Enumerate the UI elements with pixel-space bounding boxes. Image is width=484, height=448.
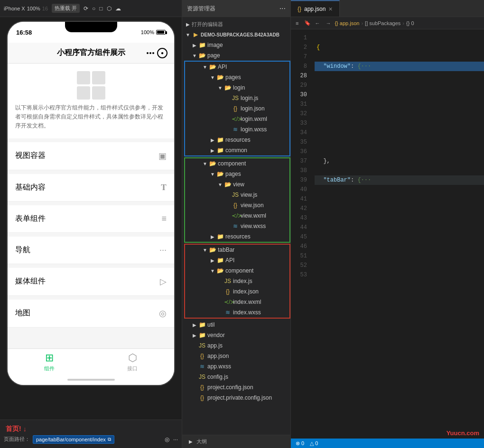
tree-item-view-wxss[interactable]: ▶ ≋ view.wxss bbox=[185, 221, 289, 231]
tree-item-pages[interactable]: ▼ 📂 pages bbox=[185, 72, 289, 82]
folder-open-icon: 📂 bbox=[216, 267, 224, 274]
tab-json-icon: {} bbox=[298, 6, 301, 12]
code-line: "window": {··· bbox=[315, 62, 484, 71]
js-icon: JS bbox=[198, 374, 206, 380]
tree-item-app-wxss[interactable]: ▶ ≋ app.wxss bbox=[182, 361, 290, 372]
code-line bbox=[315, 137, 484, 147]
tree-item-tabbar[interactable]: ▼ 📂 tabBar bbox=[185, 245, 289, 255]
tree-item-app-json[interactable]: ▶ {} app.json bbox=[182, 351, 290, 361]
menu-item-media[interactable]: 媒体组件 ▷ bbox=[8, 268, 174, 296]
tree-item-comp-pages[interactable]: ▼ 📂 pages bbox=[185, 169, 289, 179]
tree-item-page[interactable]: ▼ 📂 page bbox=[182, 50, 290, 61]
tree-item-tabbar-component[interactable]: ▼ 📂 component bbox=[185, 265, 289, 276]
menu-item-map[interactable]: 地图 ◎ bbox=[8, 300, 174, 328]
tree-label: view.wxss bbox=[241, 223, 266, 229]
tree-item-api[interactable]: ▼ 📂 API bbox=[185, 62, 289, 72]
tree-item-login-wxml[interactable]: ▶ ≺/≻ login.wxml bbox=[185, 114, 289, 124]
tree-item-image[interactable]: ▶ 📁 image bbox=[182, 40, 290, 50]
tree-item-index-wxml[interactable]: ▶ ≺/≻ index.wxml bbox=[185, 297, 289, 307]
toolbar-hamburger[interactable]: ≡ bbox=[296, 20, 298, 26]
menu-item-form[interactable]: 表单组件 ≡ bbox=[8, 205, 174, 233]
phone-content[interactable]: 以下将展示小程序官方组件能力，组件样式仅供参考，开发者可根据自身需求自定义组件样… bbox=[8, 64, 174, 348]
path-box[interactable]: page/tabBar/component/index ⧉ bbox=[33, 435, 114, 444]
form-icon: ≡ bbox=[161, 214, 167, 224]
code-line bbox=[315, 232, 484, 242]
json-icon: {} bbox=[232, 202, 239, 209]
breadcrumb-back[interactable]: ← bbox=[315, 20, 320, 26]
tree-label: project.private.config.json bbox=[207, 394, 272, 401]
tab-app-json[interactable]: {} app.json × bbox=[291, 0, 340, 17]
wxml-icon: ≺/≻ bbox=[224, 299, 232, 305]
menu-item-view[interactable]: 视图容器 ▣ bbox=[8, 142, 174, 170]
tree-item-index-js[interactable]: ▶ JS index.js bbox=[185, 276, 289, 286]
phone-panel: iPhone X 100% 16 热重载 开 ⟳ ○ □ ⬡ ☁ 16:58 1… bbox=[0, 0, 182, 448]
more-icon[interactable]: ··· bbox=[173, 436, 178, 443]
tree-label: login.wxss bbox=[241, 126, 267, 133]
js-icon: JS bbox=[232, 192, 239, 198]
tabbar-item-api[interactable]: ⬡ 接口 bbox=[91, 352, 175, 372]
tree-item-comp-resources[interactable]: ▶ 📁 resources bbox=[185, 231, 289, 242]
bookmark-icon: 🔖 bbox=[304, 20, 311, 26]
tree-item-config-js[interactable]: ▶ JS config.js bbox=[182, 372, 290, 382]
tree-item-index-json[interactable]: ▶ {} index.json bbox=[185, 286, 289, 297]
hero-icon-cell bbox=[92, 71, 105, 84]
hero-desc: 以下将展示小程序官方组件能力，组件样式仅供参考，开发者可根据自身需求自定义组件样… bbox=[15, 103, 167, 131]
breadcrumb-forward[interactable]: → bbox=[326, 20, 331, 26]
tab-close-btn[interactable]: × bbox=[328, 5, 332, 13]
tree-item-project-config[interactable]: ▶ {} project.config.json bbox=[182, 382, 290, 393]
project-label: DEMO-SUBPACKAGES.B42A3ADB bbox=[201, 32, 279, 37]
open-editors-label: 打开的编辑器 bbox=[192, 21, 223, 28]
api-icon: ⬡ bbox=[128, 352, 137, 364]
tree-item-common[interactable]: ▶ 📁 common bbox=[185, 145, 289, 155]
tree-item-vendor[interactable]: ▶ 📁 vendor bbox=[182, 330, 290, 340]
code-line bbox=[315, 194, 484, 204]
folder-open-icon: 📂 bbox=[198, 52, 206, 59]
code-content[interactable]: { "window": {··· }, "tabBar": {··· "subP… bbox=[311, 29, 484, 439]
tabbar-label-api: 接口 bbox=[127, 365, 138, 372]
tree-label: project.config.json bbox=[207, 384, 253, 391]
menu-label: 基础内容 bbox=[15, 183, 46, 192]
file-panel-more[interactable]: ··· bbox=[279, 4, 286, 13]
tree-item-view-folder[interactable]: ▼ 📂 view bbox=[185, 179, 289, 190]
tree-item-component[interactable]: ▼ 📂 component bbox=[185, 158, 289, 169]
wxss-icon: ≋ bbox=[232, 126, 239, 133]
js-icon: JS bbox=[198, 342, 206, 349]
file-panel-bottom[interactable]: ▶ 大纲 bbox=[182, 435, 290, 448]
tree-item-tabbar-api[interactable]: ▶ 📁 API bbox=[185, 255, 289, 265]
tree-item-app-js[interactable]: ▶ JS app.js bbox=[182, 340, 290, 351]
code-line bbox=[315, 100, 484, 109]
folder-open-icon: 📂 bbox=[209, 247, 216, 253]
editor-breadcrumb: ≡ 🔖 ← → {} app.json › [] subPackages › {… bbox=[291, 17, 484, 29]
folder-open-icon: 📂 bbox=[209, 64, 216, 70]
tree-item-login-wxss[interactable]: ▶ ≋ login.wxss bbox=[185, 124, 289, 135]
tree-item-login-js[interactable]: ▶ JS login.js bbox=[185, 93, 289, 103]
tree-item-project-private[interactable]: ▶ {} project.private.config.json bbox=[182, 393, 290, 403]
tree-item-resources1[interactable]: ▶ 📁 resources bbox=[185, 135, 289, 145]
code-line bbox=[315, 327, 484, 337]
tree-item-util[interactable]: ▶ 📁 util bbox=[182, 320, 290, 330]
phone-notch bbox=[65, 22, 117, 32]
tree-label: util bbox=[207, 321, 214, 328]
tree-item-view-js[interactable]: ▶ JS view.js bbox=[185, 190, 289, 200]
menu-item-basic[interactable]: 基础内容 𝐓 bbox=[8, 174, 174, 201]
tree-item-view-wxml[interactable]: ▶ ≺/≻ view.wxml bbox=[185, 210, 289, 221]
hotreload-btn[interactable]: 热重载 开 bbox=[52, 4, 80, 13]
breadcrumb-item: {} 0 bbox=[406, 20, 414, 26]
project-root[interactable]: ▼ ▶ DEMO-SUBPACKAGES.B42A3ADB bbox=[182, 29, 290, 40]
tree-item-login[interactable]: ▼ 📂 login bbox=[185, 82, 289, 93]
tabbar-item-components[interactable]: ⊞ 组件 bbox=[8, 352, 91, 372]
folder-open-icon: 📂 bbox=[209, 160, 216, 167]
file-tree[interactable]: ▶ 打开的编辑器 ▼ ▶ DEMO-SUBPACKAGES.B42A3ADB ▶… bbox=[182, 17, 290, 435]
tree-label: login bbox=[233, 84, 245, 91]
menu-item-nav[interactable]: 导航 ··· bbox=[8, 237, 174, 264]
phone-tabbar: ⊞ 组件 ⬡ 接口 bbox=[8, 348, 174, 375]
code-area[interactable]: 1 2 7 8 bbox=[291, 29, 484, 439]
eye-icon[interactable]: ◎ bbox=[165, 436, 169, 443]
tree-item-login-json[interactable]: ▶ {} login.json bbox=[185, 103, 289, 114]
phone-time: 16:58 bbox=[16, 29, 32, 36]
nav-dot bbox=[152, 52, 154, 54]
tree-item-view-json[interactable]: ▶ {} view.json bbox=[185, 200, 289, 210]
open-editors-section[interactable]: ▶ 打开的编辑器 bbox=[182, 19, 290, 29]
tree-item-index-wxss[interactable]: ▶ ≋ index.wxss bbox=[185, 307, 289, 318]
menu-label: 表单组件 bbox=[15, 214, 46, 224]
